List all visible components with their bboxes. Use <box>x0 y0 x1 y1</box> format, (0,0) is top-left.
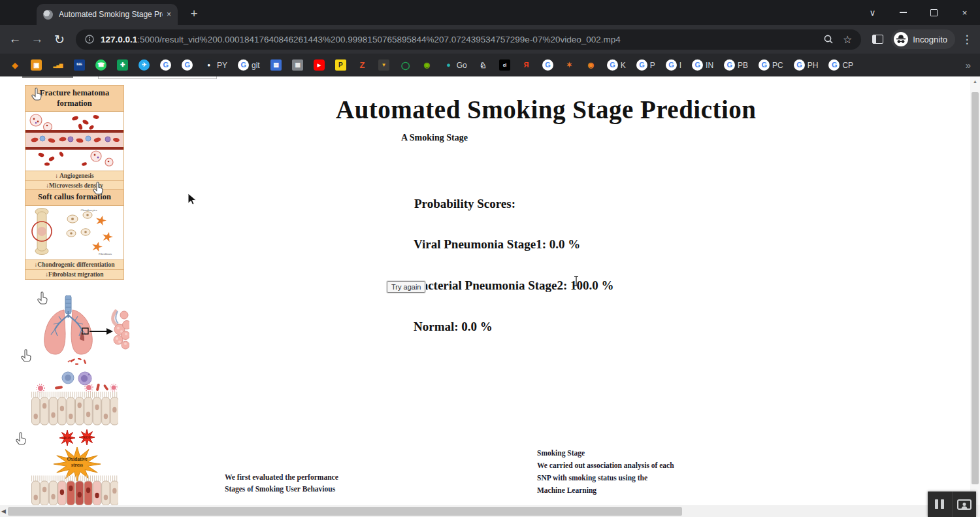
bookmark-item[interactable]: ◉ <box>421 59 433 71</box>
bookmark-item[interactable]: P <box>335 59 346 71</box>
bookmark-item[interactable]: ◯ <box>400 59 411 71</box>
horizontal-scrollbar-thumb[interactable] <box>8 507 682 516</box>
new-tab-button[interactable]: + <box>186 5 203 22</box>
bookmark-item[interactable]: ▣ <box>31 59 42 71</box>
score-line: Viral Pneumonia Stage1: 0.0 % <box>414 237 614 251</box>
bookmark-item[interactable]: ✈ <box>139 59 150 71</box>
url-path: :5000/result_vid%200.0001841764084626144… <box>137 35 620 44</box>
bookmark-item[interactable]: G PH <box>794 59 819 71</box>
incognito-badge: Incognito <box>891 29 955 49</box>
minimize-button[interactable] <box>888 0 919 25</box>
url-domain: 127.0.0.1 <box>101 35 137 44</box>
bookmark-item[interactable]: G PB <box>724 59 748 71</box>
picture-in-picture-icon <box>957 499 972 510</box>
figure-caption: ↓Chondrogenic differentiation <box>25 259 123 269</box>
picture-in-picture-button[interactable] <box>952 492 977 517</box>
chevron-down-icon[interactable]: ∨ <box>857 0 888 25</box>
bookmark-favicon-icon: P <box>335 59 346 71</box>
bookmark-item[interactable]: G IN <box>692 59 713 71</box>
bookmark-favicon-icon: ▂▄▆ <box>52 59 63 71</box>
bookmark-favicon-icon: ♘ <box>478 59 489 71</box>
score-line: Bacterial Pneumonia Stage2: 100.0 % <box>414 278 614 292</box>
bookmark-item[interactable]: G P <box>636 59 655 71</box>
forward-button[interactable]: → <box>26 28 48 50</box>
bookmark-item[interactable]: G <box>160 59 171 71</box>
try-again-button[interactable]: Try again <box>387 281 425 293</box>
bookmark-favicon-icon: ☎ <box>95 59 106 71</box>
url-bar[interactable]: 127.0.0.1:5000/result_vid%200.0001841764… <box>76 29 861 50</box>
bookmark-item[interactable]: G <box>542 59 553 71</box>
bookmark-item[interactable]: ☎ <box>95 59 106 71</box>
bookmark-item[interactable]: cl <box>499 59 510 71</box>
bookmark-item[interactable]: G CP <box>828 59 853 71</box>
bookmark-item[interactable]: ✚ <box>117 59 128 71</box>
hand-cursor-icon <box>14 431 27 448</box>
browser-tab[interactable]: Automated Smoking Stage Predi × <box>37 4 178 25</box>
tab-close-icon[interactable]: × <box>167 10 171 18</box>
bookmark-favicon-icon: ▣ <box>31 59 42 71</box>
scroll-up-icon[interactable]: ▲ <box>970 79 980 84</box>
bookmark-favicon-icon: G <box>636 59 647 71</box>
vertical-scrollbar[interactable]: ▲ <box>970 76 980 505</box>
bookmark-label: PH <box>808 61 819 70</box>
tab-favicon-icon <box>43 10 53 20</box>
bookmark-star-icon[interactable]: ☆ <box>843 33 852 46</box>
note-line: SNP with smoking status using the <box>537 472 674 484</box>
oxidative-stress-label: Oxidative stress <box>61 456 93 468</box>
bookmark-label: I <box>679 61 681 70</box>
side-panel-glyph <box>872 35 883 44</box>
browser-toolbar: ← → ↻ 127.0.0.1:5000/result_vid%200.0001… <box>0 25 980 54</box>
bookmark-favicon-icon: ✶ <box>564 59 575 71</box>
bookmark-favicon-icon: Z <box>357 59 368 71</box>
bookmark-favicon-icon: G <box>692 59 703 71</box>
bookmark-item[interactable]: ▤ <box>270 59 282 71</box>
back-button[interactable]: ← <box>4 28 26 50</box>
bookmark-item[interactable]: ● Go <box>443 59 467 71</box>
menu-icon[interactable]: ⋮ <box>958 33 976 46</box>
maximize-icon <box>930 9 938 16</box>
bookmark-item[interactable]: G K <box>607 59 626 71</box>
bookmark-item[interactable]: ▼ <box>378 59 389 71</box>
bookmark-item[interactable]: ▂▄▆ <box>52 59 63 71</box>
bookmark-item[interactable]: IEEE <box>74 59 85 71</box>
vertical-scrollbar-thumb[interactable] <box>972 92 979 484</box>
maximize-button[interactable] <box>919 0 949 25</box>
bookmark-item[interactable]: ● PY <box>203 59 227 71</box>
bookmark-item[interactable]: Я <box>521 59 532 71</box>
bookmark-item[interactable]: ♘ <box>478 59 489 71</box>
zoom-icon[interactable] <box>823 34 834 44</box>
bookmark-favicon-icon: G <box>542 59 553 71</box>
bookmark-item[interactable]: ◉ <box>585 59 596 71</box>
reload-button[interactable]: ↻ <box>48 28 71 50</box>
page-content: Fracture hematoma formation <box>0 76 970 505</box>
bookmark-item[interactable]: G I <box>666 59 681 71</box>
text-cursor-icon <box>573 276 580 289</box>
side-panel-icon[interactable] <box>866 35 889 44</box>
pause-button[interactable] <box>928 492 952 517</box>
bookmark-item[interactable]: ▶ <box>314 59 325 71</box>
bookmark-favicon-icon: IEEE <box>74 59 85 71</box>
bookmark-favicon-icon: ▶ <box>314 59 325 71</box>
bookmark-item[interactable]: G <box>182 59 193 71</box>
bookmark-favicon-icon: ▦ <box>292 59 303 71</box>
bookmark-label: CP <box>842 61 853 70</box>
bookmark-item[interactable]: ◆ <box>9 59 20 71</box>
bookmark-item[interactable]: ▦ <box>292 59 303 71</box>
bookmark-favicon-icon: ◯ <box>400 59 411 71</box>
figure-title: Soft callus formation <box>25 190 123 206</box>
scores-heading: Probability Scores: <box>414 197 515 211</box>
ros-label: ROS <box>83 435 90 439</box>
horizontal-scrollbar[interactable]: ◀ <box>0 505 980 517</box>
bookmark-label: PC <box>772 61 783 70</box>
bookmark-item[interactable]: Z <box>357 59 368 71</box>
figure-caption: ↓ Angiogenesis <box>25 171 123 180</box>
bookmark-item[interactable]: ✶ <box>564 59 575 71</box>
bookmark-item[interactable]: G PC <box>759 59 783 71</box>
close-button[interactable]: × <box>949 0 980 25</box>
bookmarks-overflow-icon[interactable]: » <box>966 59 971 71</box>
site-info-icon[interactable] <box>85 35 94 44</box>
scroll-left-icon[interactable]: ◀ <box>1 508 6 514</box>
bookmark-item[interactable]: G git <box>238 59 260 71</box>
figure-epithelium-pathogens <box>31 384 118 428</box>
figure-caption: ↓Fibroblast migration <box>25 269 123 279</box>
